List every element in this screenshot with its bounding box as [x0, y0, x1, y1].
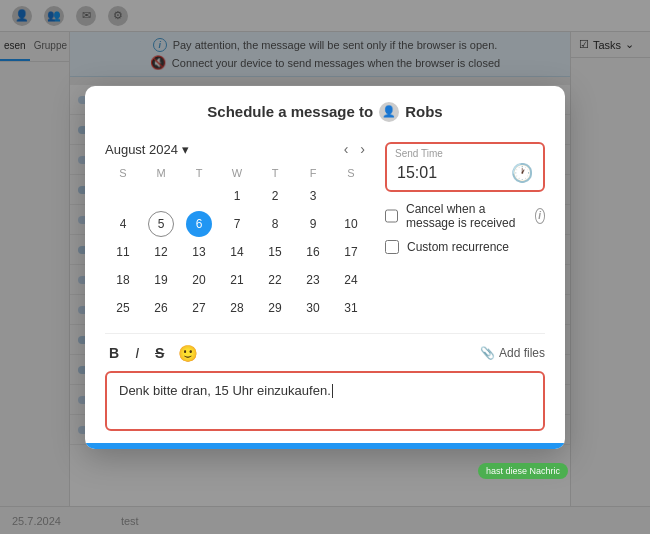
cal-day-30[interactable]: 30 — [300, 295, 326, 321]
cal-day-21[interactable]: 21 — [224, 267, 250, 293]
recipient-avatar: 👤 — [379, 102, 399, 122]
cal-day-12[interactable]: 12 — [148, 239, 174, 265]
cal-day-14[interactable]: 14 — [224, 239, 250, 265]
message-text: Denk bitte dran, 15 Uhr einzukaufen. — [119, 383, 331, 398]
cal-day-29[interactable]: 29 — [262, 295, 288, 321]
recurrence-checkbox[interactable] — [385, 240, 399, 254]
cal-day-1[interactable]: 1 — [224, 183, 250, 209]
calendar-grid: S M T W T F S 1 2 3 — [105, 165, 369, 321]
cal-day-15[interactable]: 15 — [262, 239, 288, 265]
send-time-label: Send Time — [395, 148, 443, 159]
message-input[interactable]: Denk bitte dran, 15 Uhr einzukaufen. — [105, 371, 545, 431]
cal-day-5-today[interactable]: 5 — [148, 211, 174, 237]
cal-day-18[interactable]: 18 — [110, 267, 136, 293]
cancel-checkbox[interactable] — [385, 209, 398, 223]
schedule-modal: Schedule a message to 👤 Robs August 2024… — [85, 86, 565, 449]
strikethrough-button[interactable]: S — [151, 343, 168, 363]
day-header-f: F — [295, 165, 331, 181]
cal-day-25[interactable]: 25 — [110, 295, 136, 321]
calendar-navigation: ‹ › — [340, 142, 369, 156]
modal-body: August 2024 ▾ ‹ › S M T W — [85, 130, 565, 443]
cal-day-24[interactable]: 24 — [338, 267, 364, 293]
cal-day-6-selected[interactable]: 6 — [186, 211, 212, 237]
cancel-checkbox-row: Cancel when a message is received i — [385, 202, 545, 230]
calendar-month: August 2024 ▾ — [105, 142, 189, 157]
day-header-m: M — [143, 165, 179, 181]
cal-day-11[interactable]: 11 — [110, 239, 136, 265]
prev-month-button[interactable]: ‹ — [340, 142, 353, 156]
cal-day-17[interactable]: 17 — [338, 239, 364, 265]
cal-day-4[interactable]: 4 — [110, 211, 136, 237]
cal-day-2[interactable]: 2 — [262, 183, 288, 209]
day-header-t2: T — [257, 165, 293, 181]
month-dropdown-icon[interactable]: ▾ — [182, 142, 189, 157]
cancel-label: Cancel when a message is received — [406, 202, 523, 230]
cal-day-27[interactable]: 27 — [186, 295, 212, 321]
send-time-field[interactable]: Send Time 15:01 🕐 — [385, 142, 545, 192]
green-notification: hast diese Nachric — [478, 463, 568, 479]
cal-day-9[interactable]: 9 — [300, 211, 326, 237]
cal-day-23[interactable]: 23 — [300, 267, 326, 293]
title-text: Schedule a message to — [207, 103, 373, 120]
send-time-value: 15:01 🕐 — [397, 162, 533, 184]
recurrence-label: Custom recurrence — [407, 240, 509, 254]
cancel-info-button[interactable]: i — [535, 208, 545, 224]
send-time-panel: Send Time 15:01 🕐 Cancel when a message … — [385, 142, 545, 321]
modal-title: Schedule a message to 👤 Robs — [105, 102, 545, 122]
day-header-s2: S — [333, 165, 369, 181]
day-header-w: W — [219, 165, 255, 181]
italic-button[interactable]: I — [131, 343, 143, 363]
recurrence-checkbox-row: Custom recurrence — [385, 240, 545, 254]
text-cursor — [332, 384, 333, 398]
recipient-name: Robs — [405, 103, 443, 120]
cal-day-20[interactable]: 20 — [186, 267, 212, 293]
send-progress-bar — [85, 443, 565, 449]
calendar-header: August 2024 ▾ ‹ › — [105, 142, 369, 157]
cal-day-8[interactable]: 8 — [262, 211, 288, 237]
top-section: August 2024 ▾ ‹ › S M T W — [105, 142, 545, 321]
cal-day-3[interactable]: 3 — [300, 183, 326, 209]
emoji-button[interactable]: 🙂 — [176, 342, 200, 365]
cal-day-10[interactable]: 10 — [338, 211, 364, 237]
cal-day-7[interactable]: 7 — [224, 211, 250, 237]
cal-day-16[interactable]: 16 — [300, 239, 326, 265]
cal-day-22[interactable]: 22 — [262, 267, 288, 293]
cal-day-26[interactable]: 26 — [148, 295, 174, 321]
cal-day-28[interactable]: 28 — [224, 295, 250, 321]
cal-day-19[interactable]: 19 — [148, 267, 174, 293]
bold-button[interactable]: B — [105, 343, 123, 363]
add-files-label: Add files — [499, 346, 545, 360]
month-label: August 2024 — [105, 142, 178, 157]
cal-day-13[interactable]: 13 — [186, 239, 212, 265]
modal-overlay: Schedule a message to 👤 Robs August 2024… — [0, 0, 650, 534]
paperclip-icon: 📎 — [480, 346, 495, 360]
day-header-s1: S — [105, 165, 141, 181]
send-time-text: 15:01 — [397, 164, 437, 182]
clock-icon: 🕐 — [511, 162, 533, 184]
day-header-t1: T — [181, 165, 217, 181]
format-toolbar: B I S 🙂 📎 Add files — [105, 333, 545, 371]
calendar: August 2024 ▾ ‹ › S M T W — [105, 142, 369, 321]
add-files-button[interactable]: 📎 Add files — [480, 346, 545, 360]
next-month-button[interactable]: › — [356, 142, 369, 156]
cal-day-31[interactable]: 31 — [338, 295, 364, 321]
modal-header: Schedule a message to 👤 Robs — [85, 86, 565, 130]
